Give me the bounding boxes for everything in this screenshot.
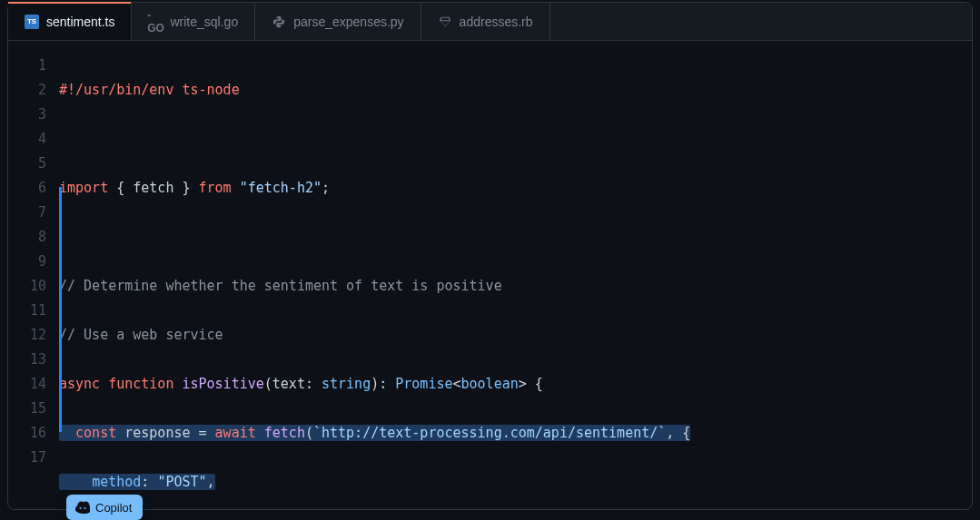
editor-window: TS sentiment.ts -GO write_sql.go parse_e… — [7, 2, 973, 510]
param-type: string — [322, 376, 371, 392]
line-number: 4 — [8, 127, 46, 152]
line-number: 8 — [8, 225, 46, 250]
method-key: method — [92, 474, 141, 490]
function-keyword: function — [108, 376, 173, 392]
ruby-icon — [438, 15, 452, 29]
copilot-label: Copilot — [95, 501, 132, 515]
await-keyword: await — [215, 425, 256, 441]
line-number: 17 — [8, 446, 46, 470]
line-number: 14 — [8, 372, 46, 397]
code-area[interactable]: 1 2 3 4 5 6 7 8 9 10 11 12 13 14 15 16 1… — [8, 41, 972, 520]
tab-addresses-rb[interactable]: addresses.rb — [421, 3, 550, 40]
import-keyword: import — [59, 180, 108, 196]
const-keyword: const — [75, 425, 116, 441]
from-keyword: from — [199, 180, 232, 196]
line-number: 13 — [8, 348, 46, 372]
tab-label: sentiment.ts — [46, 15, 114, 29]
line-number: 7 — [8, 201, 46, 225]
line-number: 10 — [8, 274, 46, 299]
return-type-inner: boolean — [461, 376, 519, 392]
tab-parse-expenses-py[interactable]: parse_expenses.py — [255, 3, 421, 40]
async-keyword: async — [59, 376, 100, 392]
code-content[interactable]: #!/usr/bin/env ts-node import { fetch } … — [59, 54, 972, 520]
copilot-icon — [75, 500, 90, 515]
line-number: 15 — [8, 397, 46, 421]
tab-label: addresses.rb — [460, 15, 533, 29]
line-number: 5 — [8, 152, 46, 176]
tab-label: parse_expenses.py — [293, 15, 403, 29]
tab-sentiment-ts[interactable]: TS sentiment.ts — [8, 3, 132, 40]
line-number: 2 — [8, 78, 46, 103]
line-number: 16 — [8, 421, 46, 446]
line-number: 12 — [8, 323, 46, 348]
typescript-icon: TS — [25, 15, 39, 29]
line-number: 11 — [8, 299, 46, 323]
function-name: isPositive — [182, 376, 263, 392]
shebang: #!/usr/bin/env ts-node — [59, 82, 240, 98]
response-var: response — [124, 425, 190, 441]
python-icon — [272, 15, 286, 29]
param-name: text — [272, 376, 305, 392]
line-number: 6 — [8, 176, 46, 201]
line-number: 3 — [8, 103, 46, 127]
copilot-badge[interactable]: Copilot — [66, 495, 143, 520]
tab-label: write_sql.go — [170, 15, 238, 29]
highlight-gutter-bar — [59, 187, 62, 432]
return-type: Promise — [395, 376, 452, 392]
method-value: "POST" — [157, 474, 206, 490]
tab-write-sql-go[interactable]: -GO write_sql.go — [132, 3, 255, 40]
comment: // Use a web service — [59, 327, 223, 343]
tabs-bar: TS sentiment.ts -GO write_sql.go parse_e… — [8, 3, 972, 41]
fetch-call: fetch — [264, 425, 305, 441]
go-icon: -GO — [148, 15, 163, 29]
line-number-gutter: 1 2 3 4 5 6 7 8 9 10 11 12 13 14 15 16 1… — [8, 54, 59, 520]
import-module: "fetch-h2" — [240, 180, 322, 196]
line-number: 9 — [8, 250, 46, 274]
fetch-url: `http://text-processing.com/api/sentimen… — [313, 425, 666, 441]
comment: // Determine whether the sentiment of te… — [59, 278, 502, 294]
import-names: { fetch } — [116, 180, 190, 196]
line-number: 1 — [8, 54, 46, 78]
